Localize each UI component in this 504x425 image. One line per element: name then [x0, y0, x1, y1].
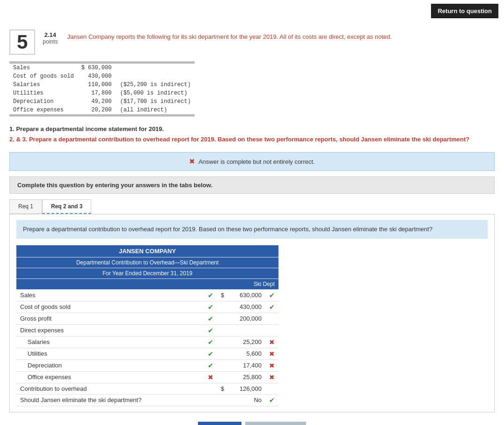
return-to-question-button[interactable]: Return to question	[431, 4, 498, 18]
value-direct	[228, 324, 265, 336]
status-icon: ✖	[189, 157, 195, 165]
check-left-direct: ✔	[204, 324, 217, 336]
points-label: points	[43, 38, 58, 45]
dollar-sales: $	[217, 289, 228, 301]
value-contribution: 126,000	[228, 383, 265, 394]
report-table: JANSEN COMPANY Departmental Contribution…	[16, 245, 278, 406]
complete-instruction: Complete this question by entering your …	[9, 176, 495, 194]
table-row: Salaries 110,000 ($25,200 is indirect)	[9, 81, 195, 89]
value-salaries: 25,200	[228, 336, 265, 348]
check-left-cogs: ✔	[204, 301, 217, 313]
table-row: Cost of goods sold ✔ 430,000 ✔	[16, 301, 278, 313]
table-row: Gross profit ✔ 200,000	[16, 313, 278, 324]
row-label-direct: Direct expenses	[16, 324, 204, 336]
question-intro: Jansen Company reports the following for…	[67, 32, 495, 42]
check-right-salaries: ✖	[265, 336, 278, 348]
dollar-utilities	[217, 348, 228, 359]
dollar-direct	[217, 324, 228, 336]
check-right-sales: ✔	[265, 289, 278, 301]
value-sales: 630,000	[228, 289, 265, 301]
row-label-eliminate: Should Jansen eliminate the ski departme…	[16, 394, 204, 406]
value-depreciation: 17,400	[228, 359, 265, 371]
table-row: Sales ✔ $ 630,000 ✔	[16, 289, 278, 301]
row-label-utilities: Utilities	[16, 348, 204, 359]
top-bar: Return to question	[0, 0, 504, 22]
check-left-sales: ✔	[204, 289, 217, 301]
given-data-table: Sales $ 630,000 Cost of goods sold 430,0…	[9, 61, 195, 117]
value-cogs: 430,000	[228, 301, 265, 313]
check-left-contribution	[204, 383, 217, 394]
table-row: Office expenses 20,200 (all indirect)	[9, 106, 195, 114]
check-right-office: ✖	[265, 371, 278, 383]
col-header-skidept: Ski Dept	[217, 278, 278, 289]
row-label-office: Office expenses	[16, 371, 204, 383]
check-left-office: ✖	[204, 371, 217, 383]
table-row: Office expenses ✖ 25,800 ✖	[16, 371, 278, 383]
tab-description: Prepare a departmental contribution to o…	[16, 220, 488, 239]
check-right-contribution	[265, 383, 278, 394]
dollar-contribution: $	[217, 383, 228, 394]
row-label-sales: Sales	[16, 289, 204, 301]
report-header-row: JANSEN COMPANY	[16, 245, 278, 257]
row-label-gross: Gross profit	[16, 313, 204, 324]
dollar-eliminate	[217, 394, 228, 406]
check-left-depreciation: ✔	[204, 359, 217, 371]
report-table-wrapper: JANSEN COMPANY Departmental Contribution…	[16, 245, 278, 406]
dollar-depreciation	[217, 359, 228, 371]
report-title: Departmental Contribution to Overhead—Sk…	[16, 257, 278, 268]
tabs-row: Req 1 Req 2 and 3	[9, 199, 495, 214]
check-right-depreciation: ✖	[265, 359, 278, 371]
report-subheader-row: Departmental Contribution to Overhead—Sk…	[16, 257, 278, 268]
tab-req23[interactable]: Req 2 and 3	[42, 199, 91, 214]
table-row: Should Jansen eliminate the ski departme…	[16, 394, 278, 406]
bottom-nav: < Req 1 Req 2 and 3 >	[9, 422, 495, 425]
value-eliminate: No	[228, 394, 265, 406]
table-row: Sales $ 630,000	[9, 64, 195, 72]
table-row: Depreciation 49,200 ($17,700 is indirect…	[9, 97, 195, 106]
check-right-gross	[265, 313, 278, 324]
check-right-utilities: ✖	[265, 348, 278, 359]
check-left-utilities: ✔	[204, 348, 217, 359]
row-label-contribution: Contribution to overhead	[16, 383, 204, 394]
check-left-salaries: ✔	[204, 336, 217, 348]
row-label-salaries: Salaries	[16, 336, 204, 348]
value-gross: 200,000	[228, 313, 265, 324]
value-office: 25,800	[228, 371, 265, 383]
report-period-row: For Year Ended December 31, 2019	[16, 268, 278, 278]
table-row: Depreciation ✔ 17,400 ✖	[16, 359, 278, 371]
next-button[interactable]: Req 2 and 3 >	[245, 422, 306, 425]
points-value: 2.14	[43, 31, 58, 38]
question-number: 5	[9, 29, 35, 55]
answer-status-text: Answer is complete but not entirely corr…	[198, 158, 315, 165]
instruction-1: 1. Prepare a departmental income stateme…	[9, 125, 164, 132]
col-header-row: Ski Dept	[16, 278, 278, 289]
dollar-gross	[217, 313, 228, 324]
instructions: 1. Prepare a departmental income stateme…	[9, 124, 495, 145]
instruction-2: 2. & 3. Prepare a departmental contribut…	[9, 136, 469, 143]
value-utilities: 5,600	[228, 348, 265, 359]
check-left-gross: ✔	[204, 313, 217, 324]
data-table-section: Sales $ 630,000 Cost of goods sold 430,0…	[9, 61, 495, 117]
row-label-depreciation: Depreciation	[16, 359, 204, 371]
dollar-office	[217, 371, 228, 383]
table-row: Contribution to overhead $ 126,000	[16, 383, 278, 394]
tab-content: Prepare a departmental contribution to o…	[9, 214, 495, 412]
prev-button[interactable]: < Req 1	[198, 422, 242, 425]
table-row: Cost of goods sold 430,000	[9, 72, 195, 81]
dollar-salaries	[217, 336, 228, 348]
table-row: Utilities 17,800 ($5,000 is indirect)	[9, 89, 195, 97]
dollar-cogs	[217, 301, 228, 313]
table-row: Direct expenses ✔	[16, 324, 278, 336]
table-row: Salaries ✔ 25,200 ✖	[16, 336, 278, 348]
company-name: JANSEN COMPANY	[16, 245, 278, 257]
report-period: For Year Ended December 31, 2019	[16, 268, 278, 278]
check-right-eliminate: ✔	[265, 394, 278, 406]
row-label-cogs: Cost of goods sold	[16, 301, 204, 313]
check-right-cogs: ✔	[265, 301, 278, 313]
answer-status-box: ✖ Answer is complete but not entirely co…	[9, 152, 495, 171]
tab-req1[interactable]: Req 1	[9, 199, 42, 214]
check-left-eliminate	[204, 394, 217, 406]
check-right-direct	[265, 324, 278, 336]
table-row: Utilities ✔ 5,600 ✖	[16, 348, 278, 359]
